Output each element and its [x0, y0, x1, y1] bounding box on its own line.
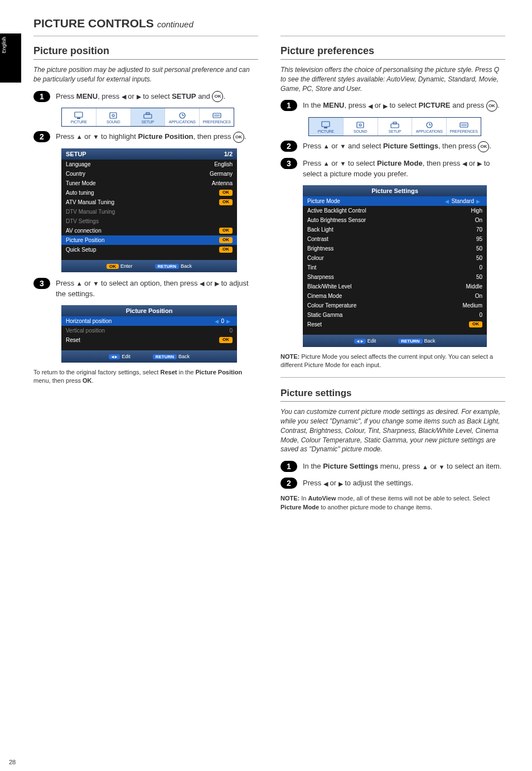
tab-label: SOUND	[345, 129, 376, 133]
tab-sound[interactable]: SOUND	[344, 118, 378, 136]
step-3-left: 3 Press ▲ or ▼ to select an option, then…	[33, 278, 258, 300]
osd-row-disabled: DTV Settings	[61, 216, 237, 226]
t: Back	[181, 263, 192, 269]
osd-row-selected[interactable]: Horizontal position◀0▶	[61, 316, 237, 326]
tab-label: PICTURE	[310, 129, 342, 133]
osd-row[interactable]: ResetOK	[61, 335, 237, 345]
note-picture-mode: NOTE: Picture Mode you select affects th…	[280, 353, 505, 370]
l: Language	[66, 161, 91, 167]
osd-row[interactable]: Colour50	[303, 253, 487, 263]
osd-row[interactable]: Tuner ModeAntenna	[61, 179, 237, 188]
osd-picture-settings[interactable]: Picture Settings Picture Mode◀Standard▶ …	[303, 185, 487, 347]
osd-row[interactable]: Brightness50	[303, 244, 487, 253]
left-column: Picture position The picture position ma…	[33, 33, 258, 512]
step3-text: Press ▲ or ▼ to select an option, then p…	[56, 278, 258, 300]
t: SETUP	[172, 92, 196, 100]
tab-applications[interactable]: APPLICATIONS	[165, 108, 200, 126]
v: 50	[476, 245, 482, 252]
tab-sound[interactable]: SOUND	[96, 108, 131, 126]
v: OK	[219, 237, 233, 243]
t: In	[299, 495, 308, 502]
l: ATV Manual Tuning	[66, 199, 114, 205]
osd-row[interactable]: Active Backlight ControlHigh	[303, 206, 487, 215]
tab-preferences[interactable]: PREFERENCES	[200, 108, 234, 126]
v: Germany	[210, 171, 233, 177]
side-tab-label: English	[0, 33, 8, 57]
step-badge-1: 1	[33, 91, 50, 102]
ok-icon: OK	[212, 91, 223, 102]
l: Brightness	[307, 245, 333, 252]
l: Picture Position	[66, 237, 104, 243]
tab-setup[interactable]: SETUP	[378, 118, 413, 136]
tab-label: SETUP	[132, 120, 164, 124]
v: Middle	[466, 283, 482, 290]
svg-rect-13	[324, 127, 327, 128]
osd-row[interactable]: Static Gamma0	[303, 310, 487, 320]
side-language-tab: English	[0, 33, 21, 83]
osd-row[interactable]: Colour TemperatureMedium	[303, 301, 487, 310]
return-chip: RETURN	[155, 264, 179, 269]
osd-row[interactable]: Sharpness50	[303, 272, 487, 282]
l: Cinema Mode	[307, 293, 342, 299]
t: .	[489, 142, 491, 150]
osd-row[interactable]: Auto tuningOK	[61, 188, 237, 197]
osd-picture-position[interactable]: Picture Position Horizontal position◀0▶ …	[61, 305, 237, 363]
return-chip: RETURN	[398, 339, 422, 344]
t: or	[330, 159, 340, 167]
l: Reset	[66, 337, 80, 343]
t: Reset	[160, 369, 177, 375]
osd-setup-menu[interactable]: SETUP 1/2 LanguageEnglish CountryGermany…	[61, 148, 237, 272]
v: On	[475, 293, 482, 299]
osd-row-selected[interactable]: Picture Mode◀Standard▶	[303, 196, 487, 206]
osd-row[interactable]: Cinema ModeOn	[303, 291, 487, 301]
svg-rect-16	[391, 124, 399, 128]
t: Picture	[138, 132, 163, 141]
t: and	[196, 92, 212, 100]
t: to adjust the settings.	[343, 479, 413, 487]
sub-step-2: 2 Press ◀ or ▶ to adjust the settings.	[280, 478, 505, 489]
menu-tabbar-left[interactable]: PICTURE SOUND SETUP APPLICATIONS PREFERE…	[61, 108, 234, 127]
tab-label: SETUP	[379, 129, 411, 133]
menu-tabbar-right[interactable]: PICTURE SOUND SETUP APPLICATIONS PREFERE…	[308, 117, 481, 136]
osd-row[interactable]: CountryGermany	[61, 169, 237, 179]
osd-row[interactable]: Back Light70	[303, 225, 487, 234]
left-arrow-icon: ◀	[200, 279, 204, 288]
tab-setup[interactable]: SETUP	[131, 108, 166, 126]
monitor-icon	[74, 112, 84, 119]
t: or	[204, 279, 215, 287]
t: or	[330, 142, 340, 150]
tab-applications[interactable]: APPLICATIONS	[412, 118, 447, 136]
right-arrow-icon: ▶	[474, 199, 482, 204]
ok-icon: OK	[486, 100, 497, 112]
tab-picture[interactable]: PICTURE	[309, 118, 344, 136]
osd-row[interactable]: Contrast95	[303, 234, 487, 244]
v: OK	[219, 337, 233, 343]
tab-picture[interactable]: PICTURE	[62, 108, 96, 126]
osd-row[interactable]: Tint0	[303, 263, 487, 272]
toolbox-icon	[390, 121, 400, 129]
v: Standard	[451, 198, 474, 204]
osd-row-selected[interactable]: Picture PositionOK	[61, 235, 237, 245]
t: Picture Settings	[323, 462, 378, 470]
v: OK	[469, 321, 482, 327]
step1-text-r: In the MENU, press ◀ or ▶ to select PICT…	[303, 100, 505, 112]
l: Contrast	[307, 236, 328, 242]
t: .	[223, 92, 225, 100]
step-badge-1: 1	[280, 100, 297, 111]
t: menu, then press	[33, 377, 83, 384]
tab-preferences[interactable]: PREFERENCES	[447, 118, 481, 136]
osd-row[interactable]: AV connectionOK	[61, 226, 237, 235]
t: , then press	[438, 142, 478, 150]
t: Press	[303, 159, 323, 167]
osd-row[interactable]: ATV Manual TuningOK	[61, 197, 237, 207]
osd-row[interactable]: Auto Brightness SensorOn	[303, 215, 487, 225]
osd-row[interactable]: Quick SetupOK	[61, 245, 237, 254]
osd-row[interactable]: LanguageEnglish	[61, 160, 237, 169]
t: Picture Mode	[280, 504, 319, 510]
osd-title: Picture Settings	[371, 187, 418, 194]
l: DTV Settings	[66, 218, 99, 224]
osd-row[interactable]: Black/White LevelMiddle	[303, 282, 487, 291]
v: 50	[476, 274, 482, 280]
osd-row[interactable]: ResetOK	[303, 320, 487, 329]
t: or	[428, 462, 439, 470]
